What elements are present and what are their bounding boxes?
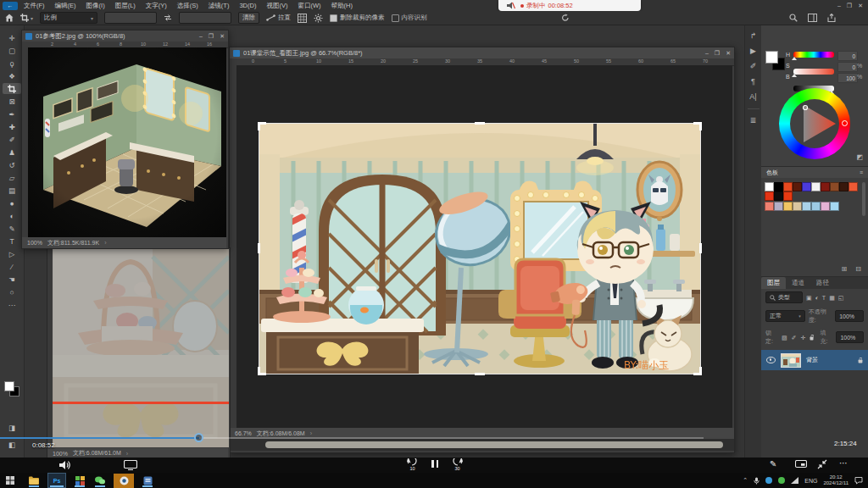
layer-row-background[interactable]: 背景 xyxy=(761,350,868,370)
color-picker-toggle-icon[interactable]: ◩ xyxy=(856,154,863,161)
menu-image[interactable]: 图像(I) xyxy=(86,2,105,10)
more-options-icon[interactable]: ⋯ xyxy=(839,458,849,468)
annotate-pencil-icon[interactable]: ✎ xyxy=(770,459,776,469)
color-swatch[interactable] xyxy=(765,202,774,211)
status-arrow-icon[interactable]: › xyxy=(104,240,106,246)
tray-language[interactable]: ENG xyxy=(804,478,817,484)
color-swatch[interactable] xyxy=(765,191,774,201)
crop-tool-preset[interactable]: ▾ xyxy=(20,14,33,22)
speaker-icon[interactable] xyxy=(59,460,71,470)
color-wheel[interactable] xyxy=(779,88,850,159)
foreground-color-swatch[interactable] xyxy=(4,381,14,391)
lock-move-icon[interactable]: ✛ xyxy=(800,335,805,341)
crop-handle-icon[interactable] xyxy=(258,367,260,375)
reset-icon[interactable] xyxy=(561,14,570,22)
actions-panel-icon[interactable]: ▶ xyxy=(750,47,756,55)
taskbar-app-blue[interactable] xyxy=(141,474,154,487)
taskbar-recorder-app[interactable] xyxy=(114,474,134,488)
tool-quick-select[interactable]: ❖ xyxy=(3,70,21,81)
shrink-window-icon[interactable] xyxy=(817,459,827,469)
lock-transparent-icon[interactable]: ▨ xyxy=(782,335,787,341)
tool-zoom[interactable]: ○ xyxy=(3,286,21,297)
document-window-detail[interactable]: 100% 文档:6.08M/61.0M › xyxy=(47,247,231,459)
swatches-panel-title[interactable]: 色板 xyxy=(766,169,778,177)
tray-expand-icon[interactable]: ⌃ xyxy=(743,477,748,484)
tray-network-icon[interactable] xyxy=(791,477,798,484)
crop-handle-icon[interactable] xyxy=(699,122,702,130)
tool-move[interactable]: ✛ xyxy=(3,32,21,43)
filter-adjustment-icon[interactable]: ◐ xyxy=(815,295,819,301)
tool-path-select[interactable]: ▷ xyxy=(3,248,21,259)
menu-type[interactable]: 文字(Y) xyxy=(146,2,167,10)
doc-minimize-button[interactable]: – xyxy=(199,33,203,40)
window-close-button[interactable]: ✕ xyxy=(858,3,863,9)
screen-mode-button[interactable]: ◧ xyxy=(3,439,21,450)
color-swatch[interactable] xyxy=(821,182,830,191)
start-button[interactable] xyxy=(3,474,17,487)
window-restore-button[interactable]: ❐ xyxy=(847,3,852,9)
color-swatch[interactable] xyxy=(802,202,811,211)
tab-layers[interactable]: 图层 xyxy=(761,277,786,289)
zoom-level[interactable]: 100% xyxy=(53,451,68,457)
swap-dimensions-icon[interactable] xyxy=(164,14,172,21)
lock-all-icon[interactable] xyxy=(810,337,814,341)
new-swatch-icon[interactable]: ⊞ xyxy=(842,266,848,273)
properties-panel-icon[interactable]: ≣ xyxy=(750,117,757,125)
clear-button[interactable]: 清除 xyxy=(238,12,259,24)
color-swatch[interactable] xyxy=(783,191,793,201)
menu-file[interactable]: 文件(F) xyxy=(24,2,45,10)
doc-close-button[interactable]: ✕ xyxy=(726,50,731,57)
taskbar-photoshop[interactable]: Ps xyxy=(47,473,66,488)
tool-lasso[interactable]: ϙ xyxy=(3,58,21,69)
crop-width-input[interactable] xyxy=(104,12,157,24)
hue-value[interactable]: 0 xyxy=(837,51,858,61)
tool-gradient[interactable]: ▤ xyxy=(3,185,21,196)
color-swatch[interactable] xyxy=(830,202,839,211)
delete-cropped-pixels-checkbox[interactable]: 删除裁剪的像素 xyxy=(330,14,385,22)
hue-slider[interactable] xyxy=(793,52,834,58)
filter-pixel-icon[interactable]: ▣ xyxy=(806,295,812,301)
doc-close-button[interactable]: ✕ xyxy=(220,33,225,40)
canvas-area-main[interactable]: BY:喵小玉 xyxy=(236,65,732,428)
tool-eraser[interactable]: ▱ xyxy=(3,172,21,183)
quick-mask-button[interactable]: ◨ xyxy=(3,422,21,433)
tray-app-icon[interactable] xyxy=(778,477,785,484)
brush-settings-panel-icon[interactable]: ✐ xyxy=(750,63,757,70)
tool-brush[interactable]: ✐ xyxy=(3,134,21,145)
content-aware-checkbox[interactable]: 内容识别 xyxy=(392,14,427,22)
tool-history-brush[interactable]: ↺ xyxy=(3,159,21,170)
foreground-background-swatches[interactable] xyxy=(4,381,19,396)
tray-clock[interactable]: 20:12 2024/12/11 xyxy=(823,474,849,486)
straighten-button[interactable]: 拉直 xyxy=(266,14,291,22)
tool-crop[interactable] xyxy=(3,83,21,94)
tool-hand[interactable]: ☚ xyxy=(3,274,21,285)
pause-button[interactable] xyxy=(431,460,438,468)
tool-line[interactable]: ∕ xyxy=(3,261,21,272)
doc-restore-button[interactable]: ❐ xyxy=(209,33,214,40)
color-swatch[interactable] xyxy=(774,182,783,191)
color-swatch[interactable] xyxy=(839,182,849,191)
zoom-level[interactable]: 100% xyxy=(27,240,42,246)
color-swatch[interactable] xyxy=(811,202,821,211)
lock-brush-icon[interactable]: ✐ xyxy=(792,335,797,341)
color-swatch[interactable] xyxy=(774,191,783,201)
history-panel-icon[interactable]: ↱ xyxy=(750,32,757,40)
color-triangle[interactable] xyxy=(790,99,839,148)
menu-3d[interactable]: 3D(D) xyxy=(239,2,256,9)
tool-eyedropper[interactable]: ✒ xyxy=(3,108,21,119)
document-main-titlebar[interactable]: 01课堂示范_看图王.jpg @ 66.7%(RGB/8*) –❐✕ xyxy=(230,47,734,58)
player-progress-track[interactable] xyxy=(0,436,868,440)
color-swatch[interactable] xyxy=(793,182,802,191)
notification-center-icon[interactable] xyxy=(854,477,863,485)
tab-channels[interactable]: 通道 xyxy=(786,277,810,289)
window-minimize-button[interactable]: – xyxy=(837,3,841,9)
hue-ring-marker-icon[interactable] xyxy=(842,120,848,126)
tray-app-icon[interactable] xyxy=(765,477,772,484)
menu-help[interactable]: 帮助(H) xyxy=(331,2,353,10)
tool-marquee[interactable]: ▢ xyxy=(3,45,21,56)
brightness-value[interactable]: 100 xyxy=(837,73,858,83)
blend-mode-select[interactable]: 正常▾ xyxy=(765,310,805,322)
taskbar-photos-app[interactable] xyxy=(73,474,86,487)
crop-ratio-select[interactable]: 比例▾ xyxy=(40,12,97,24)
doc-minimize-button[interactable]: – xyxy=(705,50,709,57)
